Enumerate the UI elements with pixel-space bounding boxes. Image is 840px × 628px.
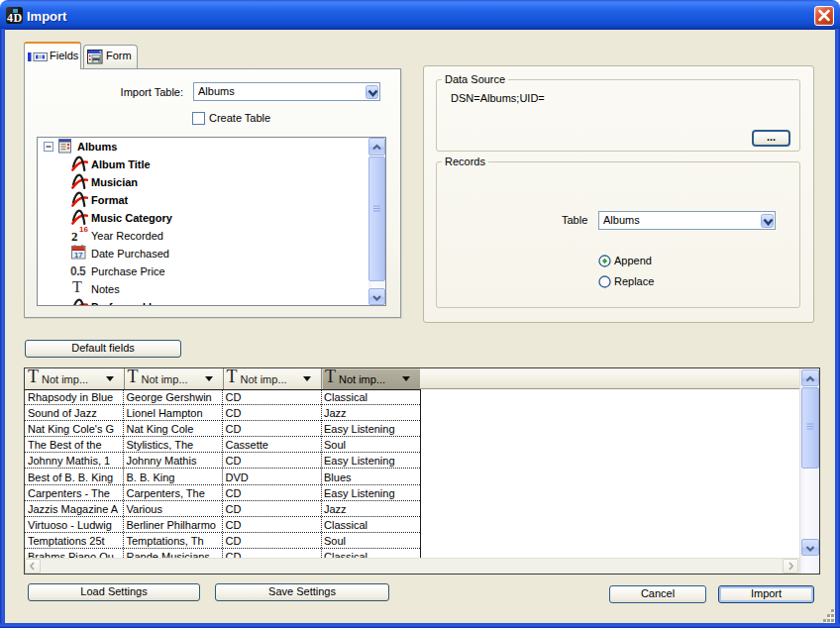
svg-text:D: D <box>14 11 23 25</box>
svg-text:17: 17 <box>74 251 82 260</box>
svg-text:4: 4 <box>7 11 13 25</box>
